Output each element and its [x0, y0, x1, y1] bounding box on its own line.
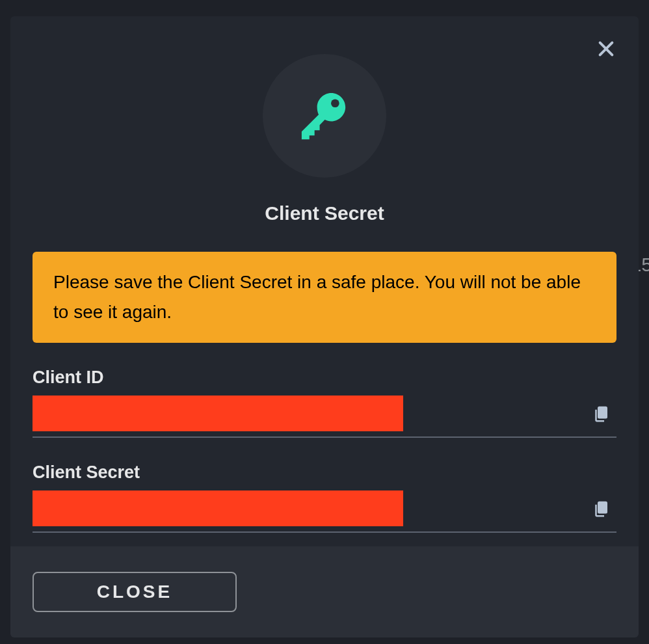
client-id-value-redacted: [33, 396, 403, 431]
client-secret-label: Client Secret: [33, 463, 616, 483]
modal-title: Client Secret: [10, 202, 639, 224]
client-secret-modal: Client Secret Please save the Client Sec…: [10, 16, 639, 637]
client-id-field-group: Client ID: [33, 368, 616, 438]
svg-point-2: [331, 99, 339, 107]
client-id-label: Client ID: [33, 368, 616, 388]
svg-rect-4: [598, 502, 607, 514]
client-secret-row: [33, 490, 616, 533]
key-icon: [294, 85, 356, 147]
copy-client-secret-button[interactable]: [588, 496, 614, 522]
client-secret-field-group: Client Secret: [33, 463, 616, 533]
key-icon-circle: [263, 54, 386, 178]
copy-icon: [591, 404, 611, 423]
warning-message: Please save the Client Secret in a safe …: [33, 252, 616, 343]
close-button[interactable]: CLOSE: [33, 572, 237, 612]
copy-icon: [591, 499, 611, 518]
client-id-row: [33, 396, 616, 438]
copy-client-id-button[interactable]: [588, 401, 614, 427]
close-icon-button[interactable]: [594, 37, 618, 60]
modal-footer: CLOSE: [10, 546, 639, 637]
svg-rect-3: [598, 407, 607, 419]
close-icon: [596, 38, 616, 59]
client-secret-value-redacted: [33, 490, 403, 526]
